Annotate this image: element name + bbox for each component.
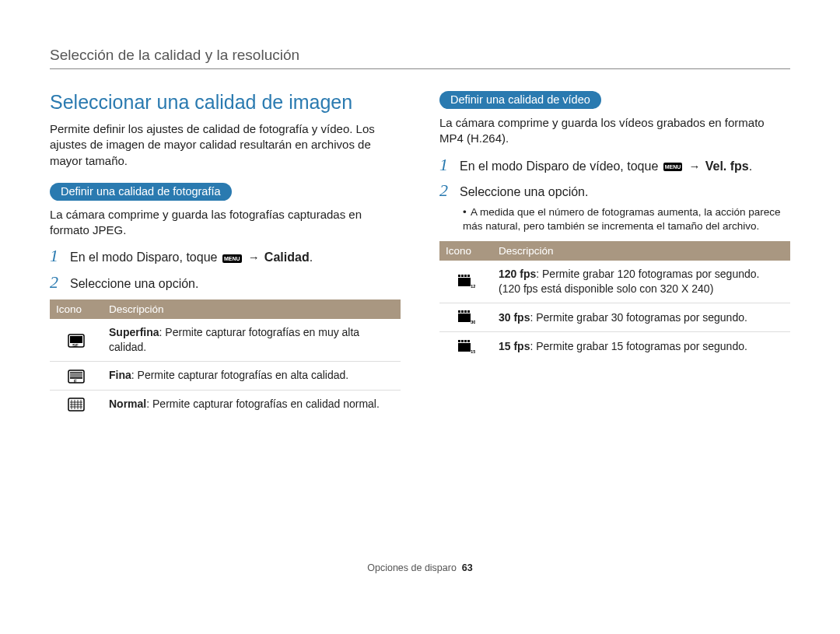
intro-paragraph: Permite definir los ajustes de calidad d… xyxy=(50,121,401,169)
fps15-icon-cell: 15 xyxy=(439,332,492,361)
arrow-icon: → xyxy=(245,250,263,264)
left-column: Seleccionar una calidad de imagen Permit… xyxy=(50,91,401,418)
step-1-dot: . xyxy=(749,159,752,173)
svg-rect-17 xyxy=(458,278,471,286)
step-number-1: 1 xyxy=(439,156,460,173)
row-bold: Normal xyxy=(109,398,146,410)
photo-quality-pill: Definir una calidad de fotografía xyxy=(50,183,232,201)
bullet-dot-icon: • xyxy=(463,205,471,219)
step-1-bold: Vel. fps xyxy=(705,159,749,173)
svg-rect-27 xyxy=(467,310,470,313)
svg-rect-32 xyxy=(464,340,467,342)
svg-rect-18 xyxy=(458,275,460,277)
left-step-2: 2 Seleccione una opción. xyxy=(50,274,401,292)
footer-section: Opciones de disparo xyxy=(367,562,457,573)
arrow-icon: → xyxy=(685,159,703,173)
photo-quality-table: Icono Descripción SF Superfina: Permite … xyxy=(50,299,401,417)
row-bold: 30 fps xyxy=(499,311,530,324)
superfine-desc: Superfina: Permite capturar fotografías … xyxy=(103,319,401,361)
step-1-pretext: En el modo Disparo de vídeo, toque xyxy=(460,159,662,173)
normal-desc: Normal: Permite capturar fotografías en … xyxy=(103,390,401,418)
step-number-2: 2 xyxy=(439,182,460,199)
table-row: F Fina: Permite capturar fotografías en … xyxy=(50,362,401,390)
step-1-text: En el modo Disparo de vídeo, toque MENU … xyxy=(460,158,752,175)
photo-quality-desc: La cámara comprime y guarda las fotograf… xyxy=(50,207,401,239)
svg-text:15: 15 xyxy=(471,349,475,354)
fps120-desc: 120 fps: Permite grabar 120 fotogramas p… xyxy=(492,261,790,303)
row-text: : Permite grabar 120 fotogramas por segu… xyxy=(499,268,759,295)
page-footer: Opciones de disparo 63 xyxy=(0,562,840,573)
fps30-icon-cell: 30 xyxy=(439,303,492,331)
step-2-text: Seleccione una opción. xyxy=(70,275,198,292)
video-quality-desc: La cámara comprime y guarda los vídeos g… xyxy=(439,115,790,147)
table-head-desc: Descripción xyxy=(103,299,401,319)
fps120-icon-cell: 120 xyxy=(439,261,492,303)
table-row: 120 120 fps: Permite grabar 120 fotogram… xyxy=(439,261,790,303)
video-fps-table: Icono Descripción 120 120 fps: Permite g… xyxy=(439,241,790,360)
step-1-bold: Calidad xyxy=(264,250,310,264)
row-bold: Fina xyxy=(109,369,131,381)
manual-page: Selección de la calidad y la resolución … xyxy=(0,0,840,587)
video-quality-pill: Definir una calidad de vídeo xyxy=(439,91,601,109)
fps120-icon: 120 xyxy=(457,274,475,289)
svg-rect-24 xyxy=(458,310,460,313)
fps15-icon: 15 xyxy=(457,339,475,355)
fine-desc: Fina: Permite capturar fotografías en al… xyxy=(103,362,401,390)
svg-rect-19 xyxy=(461,275,464,277)
fine-icon: F xyxy=(68,370,85,384)
step-2-text: Seleccione una opción. xyxy=(460,184,588,201)
superfine-icon-cell: SF xyxy=(50,319,103,361)
svg-text:30: 30 xyxy=(471,320,475,324)
step-number-2: 2 xyxy=(50,274,70,291)
menu-icon: MENU xyxy=(663,163,683,171)
bullet-text: A medida que el número de fotogramas aum… xyxy=(463,206,781,232)
right-step-1: 1 En el modo Disparo de vídeo, toque MEN… xyxy=(439,156,790,175)
step-1-pretext: En el modo Disparo, toque xyxy=(70,250,221,264)
svg-rect-26 xyxy=(464,310,467,313)
fine-icon-cell: F xyxy=(50,362,103,390)
superfine-icon: SF xyxy=(68,334,85,348)
svg-rect-33 xyxy=(467,340,470,342)
svg-text:F: F xyxy=(74,378,77,383)
svg-rect-31 xyxy=(461,340,464,342)
menu-icon: MENU xyxy=(222,254,242,263)
svg-text:120: 120 xyxy=(471,284,475,289)
row-text: : Permite capturar fotografías en calida… xyxy=(146,398,380,410)
table-head-desc: Descripción xyxy=(492,241,790,261)
two-column-layout: Seleccionar una calidad de imagen Permit… xyxy=(50,91,790,418)
svg-rect-23 xyxy=(458,313,471,322)
fps30-desc: 30 fps: Permite grabar 30 fotogramas por… xyxy=(492,303,790,331)
step-number-1: 1 xyxy=(50,247,70,264)
normal-icon xyxy=(68,398,85,412)
svg-rect-30 xyxy=(458,340,460,342)
right-step-2: 2 Seleccione una opción. xyxy=(439,182,790,201)
row-bold: Superfina xyxy=(109,326,159,338)
page-number: 63 xyxy=(462,562,473,573)
section-title: Seleccionar una calidad de imagen xyxy=(50,91,401,114)
svg-rect-21 xyxy=(467,275,470,277)
row-text: : Permite grabar 15 fotogramas por segun… xyxy=(530,340,747,352)
fps15-desc: 15 fps: Permite grabar 15 fotogramas por… xyxy=(492,332,790,361)
table-head-icon: Icono xyxy=(50,299,103,319)
table-row: 30 30 fps: Permite grabar 30 fotogramas … xyxy=(439,303,790,331)
svg-rect-20 xyxy=(464,275,467,277)
row-text: : Permite capturar fotografías en alta c… xyxy=(131,369,348,381)
table-row: SF Superfina: Permite capturar fotografí… xyxy=(50,319,401,361)
page-header: Selección de la calidad y la resolución xyxy=(50,47,790,64)
step-1-dot: . xyxy=(310,250,313,264)
right-column: Definir una calidad de vídeo La cámara c… xyxy=(439,91,790,418)
normal-icon-cell xyxy=(50,390,103,418)
svg-text:SF: SF xyxy=(72,342,79,347)
left-step-1: 1 En el modo Disparo, toque MENU → Calid… xyxy=(50,247,401,266)
table-row: 15 15 fps: Permite grabar 15 fotogramas … xyxy=(439,332,790,361)
table-head-icon: Icono xyxy=(439,241,492,261)
row-bold: 15 fps xyxy=(499,340,530,352)
step-1-text: En el modo Disparo, toque MENU → Calidad… xyxy=(70,249,313,266)
bullet-note: •A medida que el número de fotogramas au… xyxy=(463,205,790,233)
table-row: Normal: Permite capturar fotografías en … xyxy=(50,390,401,418)
svg-rect-29 xyxy=(458,343,471,352)
fps30-icon: 30 xyxy=(457,310,475,325)
row-bold: 120 fps xyxy=(499,268,536,280)
svg-rect-25 xyxy=(461,310,464,313)
row-text: : Permite grabar 30 fotogramas por segun… xyxy=(530,311,747,324)
